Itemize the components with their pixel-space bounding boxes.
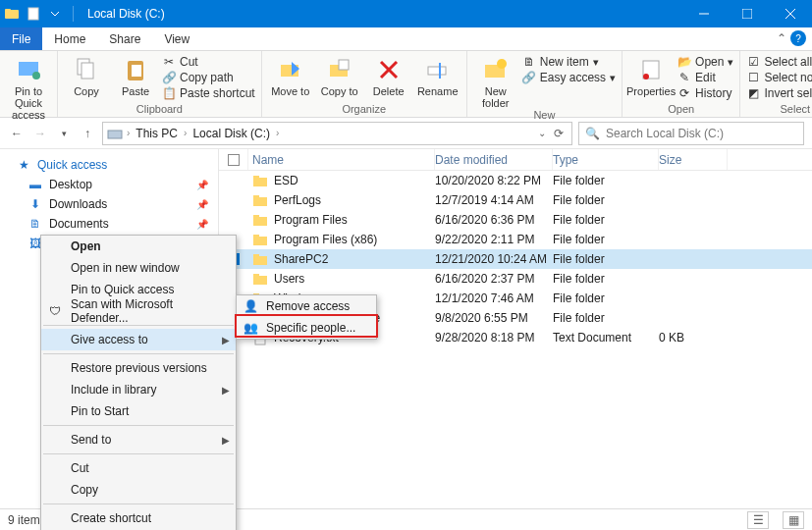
file-date: 9/8/2020 6:55 PM (435, 311, 553, 325)
minimize-button[interactable] (682, 0, 726, 27)
ctx-remove-access[interactable]: 👤Remove access (237, 295, 376, 317)
file-row[interactable]: Users6/16/2020 2:37 PMFile folder (219, 269, 812, 289)
file-row[interactable]: ✓SharePC212/21/2020 10:24 AMFile folder (219, 249, 812, 269)
crumb-this-pc[interactable]: This PC (134, 127, 180, 140)
file-row[interactable]: ESD10/20/2020 8:22 PMFile folder (219, 171, 812, 190)
desktop-icon: ▬ (27, 177, 43, 192)
paste-button[interactable]: Paste (113, 53, 158, 97)
column-name[interactable]: Name (248, 149, 435, 170)
chevron-right-icon: ▶ (222, 385, 230, 396)
copy-to-button[interactable]: Copy to (317, 53, 362, 97)
maximize-button[interactable] (726, 0, 769, 27)
file-row[interactable]: PerfLogs12/7/2019 4:14 AMFile folder (219, 190, 812, 210)
copy-icon (72, 55, 101, 84)
drive-icon (107, 126, 123, 141)
delete-button[interactable]: Delete (366, 53, 411, 97)
sidebar-documents[interactable]: 🗎Documents📌 (0, 214, 218, 234)
select-all-button[interactable]: ☑Select all (746, 55, 812, 69)
folder-icon (4, 6, 20, 22)
tab-home[interactable]: Home (42, 27, 97, 50)
column-date[interactable]: Date modified (435, 149, 553, 170)
pin-to-quick-access-button[interactable]: Pin to Quick access (6, 53, 51, 121)
tab-view[interactable]: View (152, 27, 201, 50)
chevron-right-icon[interactable]: › (127, 128, 130, 138)
new-folder-button[interactable]: New folder (473, 53, 518, 109)
sidebar-desktop[interactable]: ▬Desktop📌 (0, 175, 218, 194)
recent-dropdown[interactable]: ▾ (55, 125, 73, 142)
copy-path-button[interactable]: 🔗Copy path (162, 71, 255, 84)
chevron-right-icon[interactable]: › (276, 128, 279, 138)
file-type: File folder (553, 233, 659, 246)
edit-button[interactable]: ✎Edit (677, 71, 733, 84)
cut-button[interactable]: ✂Cut (162, 55, 255, 69)
new-folder-icon (481, 55, 511, 84)
invert-selection-button[interactable]: ◩Invert selection (746, 86, 812, 100)
copyto-icon (325, 55, 354, 84)
thumbnails-view-button[interactable]: ▦ (783, 511, 804, 529)
select-none-button[interactable]: ☐Select none (746, 71, 812, 84)
selectnone-icon: ☐ (746, 71, 760, 84)
ctx-open-new-window[interactable]: Open in new window (41, 257, 236, 279)
group-organize-label: Organize (268, 103, 460, 117)
ctx-restore-versions[interactable]: Restore previous versions (41, 357, 236, 379)
address-dropdown-icon[interactable]: ⌄ (538, 128, 546, 138)
rename-button[interactable]: Rename (415, 53, 460, 97)
copy-button[interactable]: Copy (64, 53, 109, 97)
new-item-button[interactable]: 🗎New item ▾ (522, 55, 616, 69)
column-type[interactable]: Type (553, 149, 659, 170)
address-bar[interactable]: › This PC › Local Disk (C:) › ⌄ ⟳ (102, 122, 572, 145)
crumb-local-disk[interactable]: Local Disk (C:) (190, 127, 272, 140)
ctx-send-to[interactable]: Send to▶ (41, 429, 236, 450)
folder-icon (252, 271, 268, 287)
downloads-icon: ⬇ (27, 196, 43, 212)
scissors-icon: ✂ (162, 55, 176, 69)
properties-button[interactable]: Properties (628, 53, 674, 97)
forward-button[interactable]: → (31, 125, 49, 142)
open-button[interactable]: 📂Open ▾ (677, 55, 733, 69)
move-to-button[interactable]: Move to (268, 53, 313, 97)
edit-icon: ✎ (677, 71, 691, 84)
tab-file[interactable]: File (0, 27, 42, 50)
ctx-specific-people[interactable]: 👥Specific people... (237, 317, 376, 339)
history-button[interactable]: ⟳History (677, 86, 733, 100)
easyaccess-icon: 🔗 (522, 71, 536, 84)
sidebar-downloads[interactable]: ⬇Downloads📌 (0, 194, 218, 214)
details-view-button[interactable]: ☰ (747, 511, 769, 529)
ctx-give-access-to[interactable]: Give access to▶ (41, 329, 236, 350)
file-date: 6/16/2020 2:37 PM (435, 272, 553, 286)
delete-icon (374, 55, 404, 84)
dropdown-icon[interactable] (47, 6, 63, 22)
close-button[interactable] (769, 0, 812, 27)
tab-share[interactable]: Share (97, 27, 152, 50)
search-input[interactable]: 🔍 Search Local Disk (C:) (578, 122, 804, 145)
up-button[interactable]: ↑ (79, 125, 96, 142)
ctx-pin-start[interactable]: Pin to Start (41, 400, 236, 422)
file-row[interactable]: Program Files6/16/2020 6:36 PMFile folde… (219, 210, 812, 230)
chevron-up-icon[interactable]: ⌃ (777, 31, 786, 45)
documents-icon: 🗎 (27, 216, 43, 232)
file-type: File folder (553, 272, 659, 286)
svg-rect-18 (428, 67, 446, 75)
file-name: ESD (274, 174, 298, 187)
help-icon[interactable]: ? (790, 30, 806, 46)
ctx-open[interactable]: Open (41, 236, 236, 257)
chevron-right-icon[interactable]: › (184, 128, 187, 138)
people-icon: 👥 (243, 320, 258, 336)
paste-shortcut-button[interactable]: 📋Paste shortcut (162, 86, 255, 100)
back-button[interactable]: ← (8, 125, 26, 142)
file-row[interactable]: Program Files (x86)9/22/2020 2:11 PMFile… (219, 230, 812, 249)
easy-access-button[interactable]: 🔗Easy access ▾ (522, 71, 616, 84)
sidebar-quick-access[interactable]: ★Quick access (0, 155, 218, 175)
ctx-create-shortcut[interactable]: Create shortcut (41, 507, 236, 529)
properties-icon (636, 55, 666, 84)
header-checkbox[interactable] (228, 154, 240, 166)
ctx-cut[interactable]: Cut (41, 457, 236, 479)
column-size[interactable]: Size (659, 149, 728, 170)
ctx-copy[interactable]: Copy (41, 479, 236, 501)
ctx-scan-defender[interactable]: 🛡Scan with Microsoft Defender... (41, 300, 236, 322)
file-date: 6/16/2020 6:36 PM (435, 213, 553, 227)
refresh-icon[interactable]: ⟳ (550, 127, 568, 140)
file-date: 12/1/2020 7:46 AM (435, 292, 553, 305)
ctx-include-library[interactable]: Include in library▶ (41, 379, 236, 400)
pin-icon: 📌 (196, 219, 208, 230)
